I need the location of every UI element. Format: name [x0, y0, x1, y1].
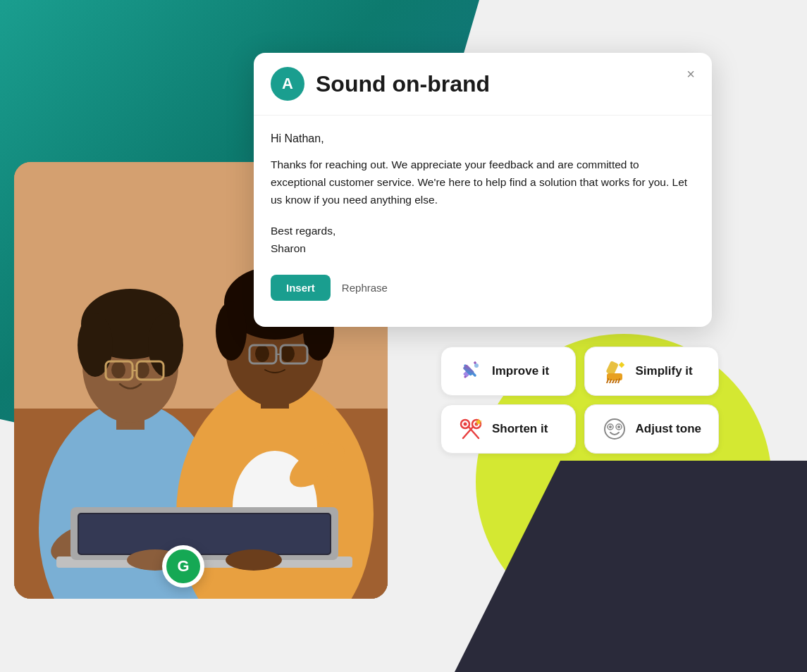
svg-point-50: [464, 423, 467, 426]
email-body: Thanks for reaching out. We appreciate y…: [271, 156, 695, 209]
main-card: A Sound on-brand × Hi Nathan, Thanks for…: [254, 53, 712, 327]
svg-line-42: [612, 380, 614, 383]
card-actions: Insert Rephrase: [271, 275, 695, 306]
svg-point-55: [605, 419, 624, 439]
rephrase-button[interactable]: Rephrase: [342, 282, 388, 294]
svg-point-21: [216, 301, 247, 361]
svg-point-23: [255, 345, 269, 362]
close-button[interactable]: ×: [681, 64, 701, 84]
improve-it-label: Improve it: [492, 364, 549, 378]
svg-rect-32: [79, 514, 330, 554]
card-body: Hi Nathan, Thanks for reaching out. We a…: [254, 116, 712, 327]
card-title: Sound on-brand: [316, 71, 490, 97]
adjust-tone-button[interactable]: Adjust tone: [584, 404, 720, 454]
simplify-icon: [602, 359, 627, 384]
shorten-it-button[interactable]: Shorten it: [441, 404, 576, 454]
action-buttons-panel: Improve it: [441, 347, 719, 454]
adjust-tone-icon: [602, 416, 627, 442]
svg-point-8: [148, 313, 183, 377]
shorten-it-label: Shorten it: [492, 422, 548, 436]
card-header: A Sound on-brand ×: [254, 53, 712, 116]
grammarly-badge-inner: G: [166, 549, 200, 583]
svg-point-9: [111, 361, 125, 378]
email-closing: Best regards, Sharon: [271, 223, 695, 258]
improve-icon: [458, 359, 483, 384]
insert-button[interactable]: Insert: [271, 275, 331, 301]
svg-point-34: [226, 549, 282, 571]
simplify-it-button[interactable]: Simplify it: [584, 347, 720, 396]
brand-avatar: A: [271, 67, 304, 101]
email-greeting: Hi Nathan,: [271, 132, 695, 145]
improve-it-button[interactable]: Improve it: [441, 347, 576, 396]
simplify-it-label: Simplify it: [636, 364, 693, 378]
svg-point-57: [609, 425, 612, 428]
grammarly-badge-letter: G: [177, 557, 189, 575]
svg-point-59: [617, 425, 620, 428]
shorten-icon: [458, 416, 483, 442]
svg-line-40: [607, 379, 608, 383]
email-closing-line2: Sharon: [271, 240, 695, 258]
scene: G A Sound on-brand × Hi Nathan, Thanks f…: [0, 0, 807, 672]
grammarly-badge: G: [162, 545, 204, 587]
svg-point-24: [281, 345, 295, 362]
svg-point-7: [78, 313, 113, 377]
adjust-tone-label: Adjust tone: [636, 422, 702, 436]
email-closing-line1: Best regards,: [271, 223, 695, 240]
brand-avatar-letter: A: [282, 75, 293, 93]
